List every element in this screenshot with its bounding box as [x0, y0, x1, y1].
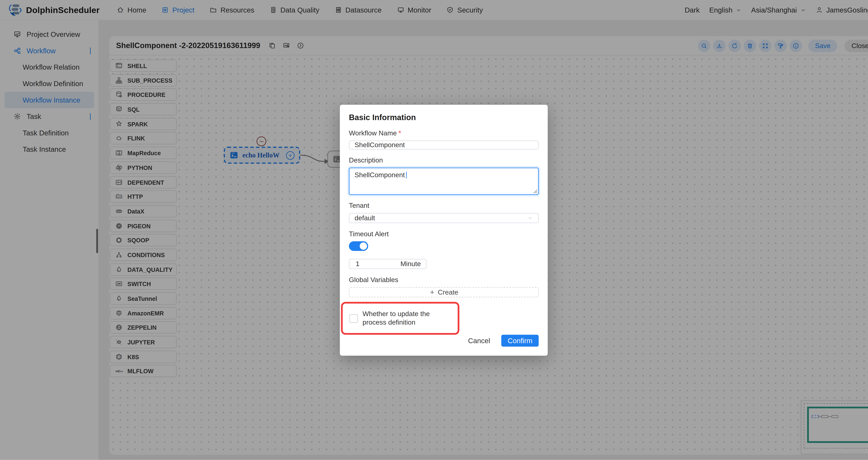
tenant-select[interactable]: default	[349, 213, 539, 223]
workflow-name-input[interactable]	[349, 141, 539, 150]
text-cursor	[406, 172, 407, 179]
update-definition-label: Whether to update the process definition	[363, 310, 451, 327]
global-variables-label: Global Variables	[349, 276, 539, 284]
red-annotation-box: Whether to update the process definition	[341, 302, 459, 335]
description-label: Description	[349, 157, 539, 164]
timeout-unit: Minute	[401, 260, 421, 268]
timeout-value-input[interactable]	[354, 259, 400, 269]
timeout-field: Minute	[349, 259, 427, 269]
modal-title: Basic Information	[349, 113, 539, 122]
basic-information-modal: Basic Information Workflow Name* Descrip…	[340, 105, 548, 356]
plus-icon	[429, 289, 435, 295]
dolphinscheduler-app: DolphinScheduler HomeProjectResourcesDat…	[0, 0, 868, 460]
timeout-alert-toggle[interactable]	[349, 241, 368, 251]
workflow-name-label: Workflow Name*	[349, 129, 539, 137]
modal-footer: Cancel Confirm	[349, 335, 539, 348]
toggle-knob	[360, 243, 367, 250]
update-definition-checkbox[interactable]	[349, 314, 358, 323]
description-textarea[interactable]: ShellComponent	[349, 168, 539, 195]
confirm-button[interactable]: Confirm	[501, 335, 539, 347]
tenant-label: Tenant	[349, 202, 539, 210]
timeout-alert-label: Timeout Alert	[349, 230, 539, 238]
create-variable-button[interactable]: Create	[349, 287, 539, 297]
chevron-down-icon	[527, 215, 533, 221]
cancel-button[interactable]: Cancel	[468, 337, 490, 345]
required-asterisk: *	[398, 129, 401, 137]
